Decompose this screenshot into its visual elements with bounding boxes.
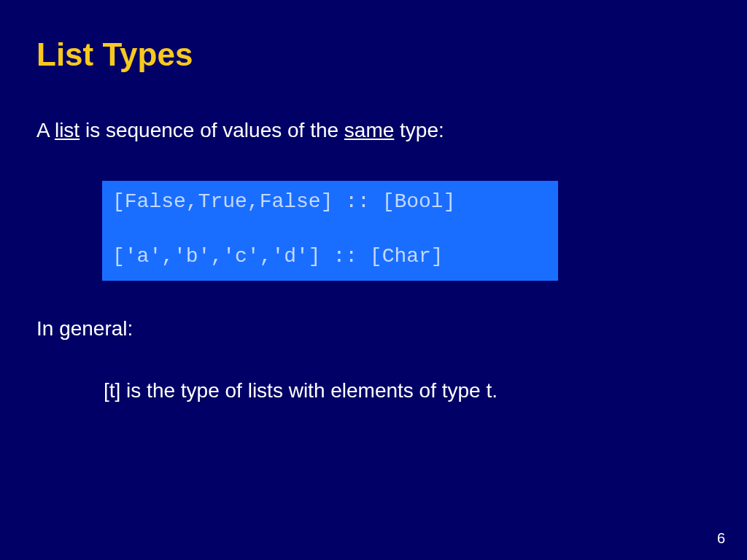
intro-underline-list: list	[55, 119, 80, 141]
intro-suffix: type:	[394, 119, 444, 141]
code-line-1: [False,True,False] :: [Bool]	[112, 190, 455, 213]
code-line-2: ['a','b','c','d'] :: [Char]	[112, 245, 444, 268]
slide: List Types A list is sequence of values …	[0, 0, 747, 560]
conclusion: [t] is the type of lists with elements o…	[104, 377, 711, 405]
intro-sentence: A list is sequence of values of the same…	[36, 117, 711, 144]
slide-title: List Types	[36, 36, 711, 73]
intro-prefix: A	[36, 119, 55, 141]
code-block: [False,True,False] :: [Bool] ['a','b','c…	[102, 181, 558, 281]
intro-underline-same: same	[344, 119, 394, 141]
in-general-label: In general:	[36, 317, 711, 341]
intro-mid: is sequence of values of the	[80, 119, 344, 141]
page-number: 6	[717, 530, 725, 547]
